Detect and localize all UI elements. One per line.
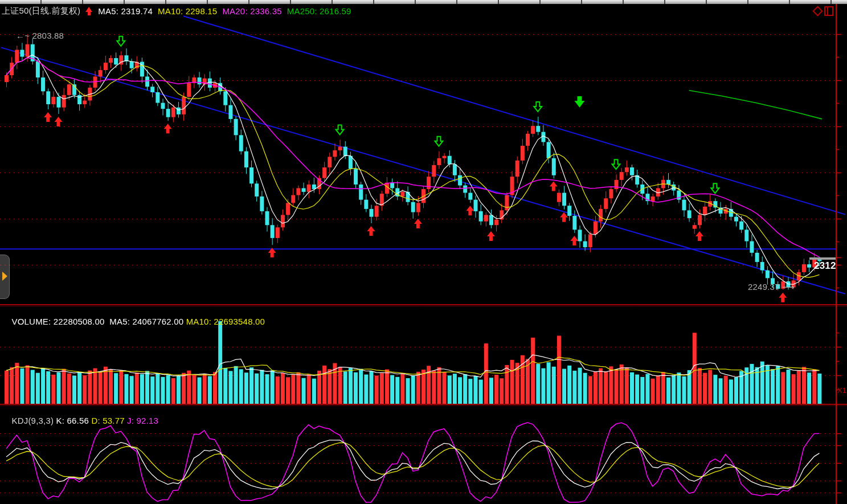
ma250-value: MA250: 2616.59 <box>287 6 351 16</box>
kdj-j-value: J: 92.13 <box>127 416 158 425</box>
ma20-value: MA20: 2336.35 <box>222 6 281 16</box>
kdj-d-value: D: 53.77 <box>91 416 127 425</box>
symbol-title: 上证50(日线.前复权) <box>2 6 80 17</box>
low-arrow-icon: ⟶ <box>782 282 795 292</box>
ma5-value: MA5: 2319.74 <box>98 6 153 16</box>
kdj-header: KDJ(9,3,3) K: 66.56 D: 53.77 J: 92.13 <box>2 406 158 435</box>
pane-corner-label: X1 <box>837 386 846 395</box>
top-toolbar-edge <box>0 0 847 4</box>
high-arrow-icon: ←~ <box>16 31 32 40</box>
split-pane-icon[interactable] <box>824 6 833 16</box>
main-chart-header: 上证50(日线.前复权) MA5: 2319.74 MA10: 2298.15 … <box>2 6 351 17</box>
expand-arrow-icon <box>2 272 7 281</box>
kdj-k-value: K: 66.56 <box>56 416 92 425</box>
volume-header: VOLUME: 22280508.00 MA5: 24067762.00 MA1… <box>2 307 265 336</box>
trend-up-icon <box>85 7 93 16</box>
volume-ma10-value: MA10: 22693548.00 <box>186 317 265 326</box>
sidebar-collapse-tab[interactable] <box>0 255 10 299</box>
kdj-title: KDJ(9,3,3) <box>11 416 56 425</box>
ma10-value: MA10: 2298.15 <box>158 6 217 16</box>
stock-chart-window: 上证50(日线.前复权) MA5: 2319.74 MA10: 2298.15 … <box>0 0 847 504</box>
low-price-label: 2249.37 ⟶ <box>748 282 795 292</box>
last-price-marker: 2312 <box>814 260 836 272</box>
volume-values: VOLUME: 22280508.00 MA5: 24067762.00 <box>11 317 186 326</box>
high-price-label: ←~ 2803.88 <box>16 31 64 40</box>
